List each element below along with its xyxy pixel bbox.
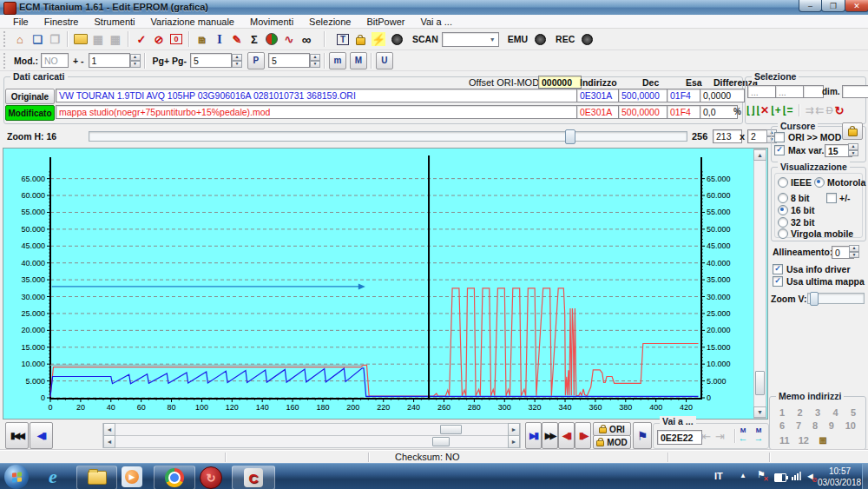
modificato-file-field[interactable]: mappa studio(noegr+75puntiturbo+15%pedal… (56, 105, 580, 119)
ieee-radio-row[interactable]: IEEE (778, 177, 812, 188)
min-button[interactable]: m (329, 52, 346, 69)
originale-indirizzo[interactable]: 0E301A (576, 89, 621, 102)
sigma-icon[interactable]: Σ (246, 30, 263, 48)
plus-minus-checkbox-row[interactable]: +/- (826, 193, 851, 203)
open-folder-icon[interactable] (72, 30, 89, 48)
ori-mod-checkbox-row[interactable]: ORI >> MOD (774, 132, 841, 142)
chart-panel[interactable]: 005.0005.00010.00010.00015.00015.00020.0… (3, 148, 768, 420)
ori-scrollbar[interactable]: ◄ ► (102, 423, 521, 436)
zoom-h-value-field[interactable]: 213 (713, 129, 742, 143)
start-button[interactable] (4, 465, 29, 489)
originale-dec[interactable]: 500,0000 (618, 89, 670, 102)
taskbar-redapp-icon[interactable]: ↻ (200, 466, 222, 489)
chart-vertical-scrollbar[interactable]: ▲ ▼ (753, 149, 766, 419)
virgola-radio[interactable] (778, 228, 788, 239)
allineamento-spinner[interactable]: ▲▼ (849, 245, 859, 258)
chart-vscroll-thumb[interactable] (755, 371, 765, 395)
lock-icon[interactable] (352, 30, 369, 48)
menu-selezione[interactable]: Selezione (301, 17, 358, 27)
mod-scroll-left-arrow[interactable]: ◄ (103, 435, 115, 448)
cursor-lock-button[interactable] (842, 122, 863, 140)
memo-3[interactable]: 3 (815, 407, 820, 418)
goto-marker-right-icon[interactable]: M → (752, 427, 766, 442)
play-button[interactable]: ▶▮ (525, 422, 542, 449)
select-start-icon[interactable]: ⌊⌋ (746, 104, 754, 116)
mod-scroll-thumb[interactable] (432, 437, 450, 446)
find-icon[interactable]: ∞ (298, 30, 315, 48)
modificato-diff[interactable]: 0,0 (700, 105, 738, 119)
modificato-esa[interactable]: 01F4 (667, 105, 703, 119)
usa-info-checkbox[interactable]: ✓ (773, 264, 783, 274)
8bit-radio[interactable] (778, 193, 788, 203)
p-button[interactable]: P (247, 52, 265, 69)
modificato-button[interactable]: Modificato (5, 105, 55, 121)
memo-8[interactable]: 8 (812, 420, 818, 431)
mod-scroll-right-arrow[interactable]: ► (508, 435, 520, 448)
toolbar-drag-handle[interactable] (3, 53, 8, 69)
ori-scroll-right-arrow[interactable]: ► (508, 423, 520, 436)
menu-file[interactable]: File (5, 17, 36, 27)
menu-finestre[interactable]: Finestre (36, 17, 87, 27)
tray-hidden-icons-arrow[interactable]: ▲ (740, 472, 746, 479)
plus-minus-checkbox[interactable] (826, 193, 837, 203)
16bit-radio-row[interactable]: 16 bit (778, 205, 814, 215)
mod-scrollbar[interactable]: ◄ ► (102, 435, 521, 448)
taskbar-ecm-button[interactable]: C (232, 466, 275, 489)
zoom-v-slider-thumb[interactable] (810, 292, 819, 306)
motorola-radio-row[interactable]: Motorola (814, 177, 865, 188)
pg-field[interactable]: 5 (190, 53, 232, 68)
close-button[interactable]: ✕ (845, 0, 868, 12)
ori-lock-button[interactable]: ORI (593, 422, 631, 436)
go-first-button[interactable]: ▮◀◀ (5, 422, 29, 449)
edit-map-icon[interactable]: ✎ (228, 30, 246, 48)
memo-edit-icon[interactable]: 🗉 (818, 433, 829, 446)
tray-clock-time[interactable]: 10:57 (829, 466, 851, 476)
ieee-radio[interactable] (778, 177, 788, 188)
u-button[interactable]: U (376, 52, 393, 69)
32bit-radio-row[interactable]: 32 bit (778, 217, 814, 228)
zoom-h-slider-thumb[interactable] (565, 129, 575, 144)
virgola-radio-row[interactable]: Virgola mobile (778, 228, 853, 239)
taskbar-explorer-button[interactable] (76, 466, 117, 489)
memo-5[interactable]: 5 (851, 407, 856, 418)
selection-start-field[interactable]: ... (747, 85, 779, 98)
camera-icon[interactable] (388, 30, 405, 48)
goto-marker-left-icon[interactable]: M ← (736, 427, 750, 442)
show-desktop-button[interactable] (862, 464, 868, 489)
scroll-down-arrow[interactable]: ▼ (753, 406, 766, 418)
menu-bitpower[interactable]: BitPower (358, 17, 412, 27)
memo-7[interactable]: 7 (796, 420, 801, 431)
zero-icon[interactable]: 0 (168, 30, 185, 48)
dim-field[interactable] (842, 85, 868, 98)
scroll-up-arrow[interactable]: ▲ (753, 149, 766, 161)
minimize-button[interactable]: – (799, 0, 822, 12)
memo-10[interactable]: 10 (845, 420, 856, 431)
modificato-indirizzo[interactable]: 0E301A (576, 105, 621, 119)
modificato-dec[interactable]: 500,0000 (618, 105, 670, 119)
taskbar-ie-icon[interactable]: e (42, 466, 64, 487)
pg-spinner[interactable]: ▲▼ (232, 54, 242, 68)
usa-ultima-row[interactable]: ✓ Usa ultima mappa (773, 276, 865, 287)
tray-network-icon[interactable] (792, 472, 801, 480)
next-map-button[interactable]: ▮▶ (575, 422, 591, 449)
selection-end-field[interactable]: ... (775, 85, 806, 98)
taskbar-wmp-icon[interactable]: ▶ (122, 466, 142, 487)
p-field[interactable]: 5 (268, 53, 310, 68)
vai-a-field[interactable]: 0E2E22 (657, 430, 702, 445)
mod-lock-button[interactable]: MOD (593, 435, 631, 449)
driver-info-icon[interactable]: 🗈 (194, 30, 211, 48)
memo-1[interactable]: 1 (779, 407, 785, 418)
go-prev-button[interactable]: ◀▮ (30, 422, 53, 449)
max-var-row[interactable]: ✓ Max var. (774, 145, 824, 155)
memo-11[interactable]: 11 (779, 435, 790, 446)
menu-movimenti[interactable]: Movimenti (242, 17, 301, 27)
scan-dropdown[interactable]: ▼ (442, 32, 499, 47)
select-range-icon[interactable]: ⌊= (783, 104, 793, 116)
originale-esa[interactable]: 01F4 (667, 89, 703, 102)
ori-scroll-thumb[interactable] (440, 425, 462, 434)
select-add-icon[interactable]: ⌊+ (771, 104, 781, 116)
max-var-checkbox[interactable]: ✓ (774, 145, 785, 155)
max-button[interactable]: M (350, 52, 367, 69)
select-clear-icon[interactable]: ⌊✕ (756, 104, 769, 116)
ori-scroll-left-arrow[interactable]: ◄ (103, 423, 115, 436)
